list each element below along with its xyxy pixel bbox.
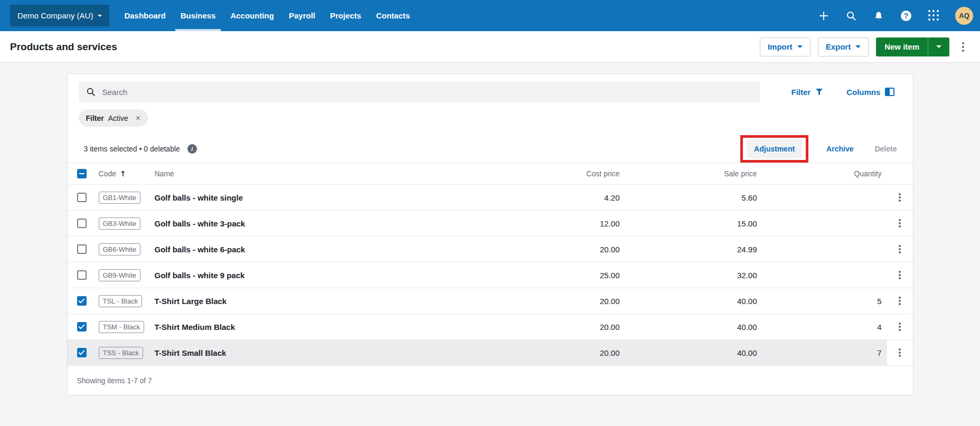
plus-icon[interactable] — [818, 10, 830, 22]
cost-price-cell: 20.00 — [520, 245, 625, 254]
items-card: Filter Columns Filter Active × 3 items s… — [67, 73, 913, 395]
item-name[interactable]: T-Shirt Medium Black — [155, 323, 235, 332]
filter-button[interactable]: Filter — [791, 88, 824, 97]
row-menu-button[interactable] — [893, 291, 906, 310]
column-header-quantity[interactable]: Quantity — [762, 169, 887, 178]
table-row[interactable]: GB3-White Golf balls - white 3-pack 12.0… — [68, 211, 913, 236]
new-item-button[interactable]: New item — [876, 37, 928, 56]
item-code-badge: TSS - Black — [99, 347, 144, 359]
item-name[interactable]: T-Shirt Small Black — [155, 348, 227, 357]
nav-item-contacts[interactable]: Contacts — [369, 0, 417, 31]
sale-price-cell: 40.00 — [625, 323, 762, 332]
chevron-down-icon — [98, 15, 102, 17]
nav-items: DashboardBusinessAccountingPayrollProjec… — [117, 0, 417, 31]
table-row[interactable]: GB6-White Golf balls - white 6-pack 20.0… — [68, 236, 913, 262]
table-row[interactable]: TSL - Black T-Shirt Large Black 20.00 40… — [68, 288, 913, 314]
item-code-badge: GB6-White — [99, 243, 141, 255]
row-menu-button[interactable] — [893, 343, 906, 362]
search-icon — [86, 87, 96, 97]
item-name[interactable]: Golf balls - white single — [155, 193, 243, 202]
sale-price-cell: 40.00 — [625, 297, 762, 306]
org-selector[interactable]: Demo Company (AU) — [10, 5, 109, 26]
kebab-icon — [899, 222, 901, 224]
org-selector-label: Demo Company (AU) — [17, 11, 93, 20]
item-name[interactable]: T-Shirt Large Black — [155, 297, 227, 306]
row-menu-button[interactable] — [893, 188, 906, 207]
item-code-badge: TSM - Black — [99, 321, 145, 333]
avatar[interactable]: AQ — [955, 7, 973, 25]
item-name[interactable]: Golf balls - white 6-pack — [155, 245, 246, 254]
cost-price-cell: 25.00 — [520, 271, 625, 280]
item-name[interactable]: Golf balls - white 9 pack — [155, 271, 245, 280]
item-code-badge: TSL - Black — [99, 295, 143, 307]
new-item-split-button: New item — [876, 37, 949, 56]
column-header-sale-price[interactable]: Sale price — [625, 169, 762, 178]
row-checkbox[interactable] — [77, 244, 87, 254]
bulk-actions: Adjustment Archive Delete — [740, 135, 912, 163]
sale-price-cell: 40.00 — [625, 348, 762, 357]
import-button[interactable]: Import — [760, 37, 811, 56]
screen: Demo Company (AU) DashboardBusinessAccou… — [0, 0, 980, 426]
close-icon[interactable]: × — [136, 114, 140, 122]
filter-chip-active[interactable]: Filter Active × — [79, 109, 148, 127]
info-icon[interactable]: i — [187, 144, 197, 154]
quantity-cell: 7 — [762, 348, 887, 357]
archive-button[interactable]: Archive — [823, 144, 856, 154]
new-item-dropdown-button[interactable] — [928, 37, 949, 56]
table-row[interactable]: TSS - Black T-Shirt Small Black 20.00 40… — [68, 340, 913, 366]
item-name[interactable]: Golf balls - white 3-pack — [155, 219, 246, 228]
cost-price-cell: 12.00 — [520, 219, 625, 228]
selection-bar: 3 items selected • 0 deletable i Adjustm… — [68, 135, 913, 163]
apps-grid-icon[interactable] — [928, 10, 939, 22]
nav-right-icons: ? AQ — [818, 0, 980, 31]
search-input[interactable] — [101, 87, 760, 97]
chevron-down-icon — [855, 45, 861, 48]
filter-chips: Filter Active × — [68, 102, 913, 127]
row-menu-button[interactable] — [893, 266, 906, 285]
item-code-badge: GB1-White — [99, 192, 141, 204]
row-checkbox[interactable] — [77, 270, 87, 280]
nav-item-payroll[interactable]: Payroll — [281, 0, 323, 31]
row-menu-button[interactable] — [893, 317, 906, 336]
cost-price-cell: 20.00 — [520, 297, 625, 306]
column-header-cost-price[interactable]: Cost price — [520, 169, 625, 178]
column-header-name[interactable]: Name — [155, 169, 520, 178]
nav-item-projects[interactable]: Projects — [323, 0, 369, 31]
row-checkbox[interactable] — [77, 296, 87, 306]
bell-icon[interactable] — [873, 10, 884, 22]
columns-button[interactable]: Columns — [846, 88, 894, 97]
adjustment-button[interactable]: Adjustment — [747, 139, 802, 158]
row-menu-button[interactable] — [893, 240, 906, 259]
kebab-icon — [899, 196, 901, 198]
table-row[interactable]: TSM - Black T-Shirt Medium Black 20.00 4… — [68, 314, 913, 340]
nav-item-accounting[interactable]: Accounting — [223, 0, 281, 31]
chevron-down-icon — [936, 45, 941, 48]
kebab-icon — [899, 326, 901, 328]
help-icon[interactable]: ? — [900, 10, 912, 22]
export-button[interactable]: Export — [818, 37, 869, 56]
select-all-checkbox[interactable] — [77, 169, 87, 178]
item-code-badge: GB9-White — [99, 269, 141, 281]
overflow-menu-button[interactable] — [957, 37, 969, 56]
nav-item-dashboard[interactable]: Dashboard — [117, 0, 173, 31]
column-header-code[interactable]: Code — [99, 169, 116, 178]
kebab-icon — [899, 352, 901, 354]
sale-price-cell: 32.00 — [625, 271, 762, 280]
row-checkbox[interactable] — [77, 219, 87, 228]
delete-button[interactable]: Delete — [871, 144, 900, 154]
selection-count-text: 3 items selected • 0 deletable — [84, 145, 180, 153]
nav-item-business[interactable]: Business — [173, 0, 223, 31]
row-menu-button[interactable] — [893, 214, 906, 233]
table-footer: Showing items 1-7 of 7 — [68, 366, 913, 395]
row-checkbox[interactable] — [77, 322, 87, 332]
cost-price-cell: 20.00 — [520, 323, 625, 332]
search-icon[interactable] — [845, 10, 857, 22]
cost-price-cell: 20.00 — [520, 348, 625, 357]
annotation-highlight: Adjustment — [740, 135, 808, 163]
table-row[interactable]: GB1-White Golf balls - white single 4.20… — [68, 185, 913, 211]
row-checkbox[interactable] — [77, 348, 87, 357]
cost-price-cell: 4.20 — [520, 193, 625, 202]
row-checkbox[interactable] — [77, 193, 87, 202]
table-row[interactable]: GB9-White Golf balls - white 9 pack 25.0… — [68, 262, 913, 288]
funnel-icon — [815, 88, 823, 96]
